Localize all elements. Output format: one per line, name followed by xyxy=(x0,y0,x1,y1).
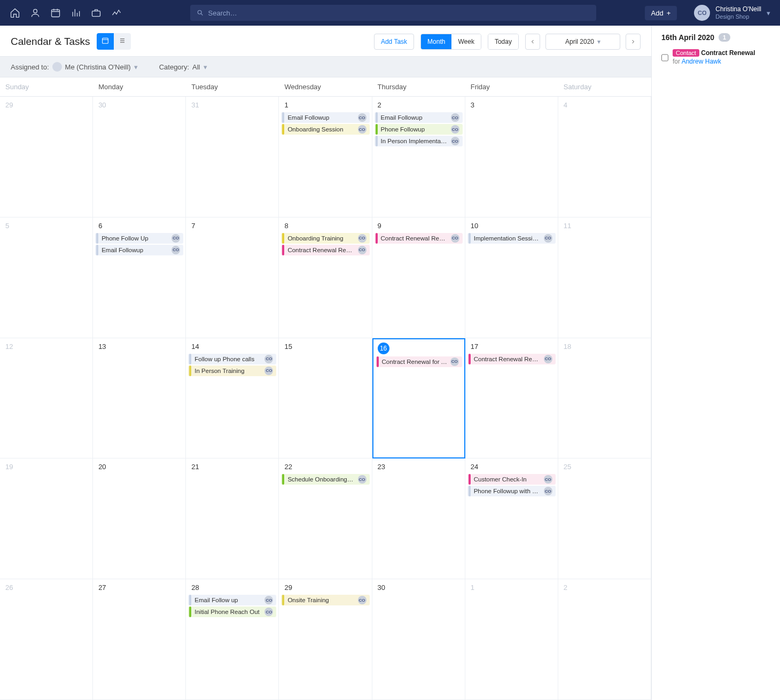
calendar-icon[interactable] xyxy=(50,7,61,18)
calendar-cell[interactable]: 23 xyxy=(372,458,465,579)
calendar-cell[interactable]: 8Onboarding TrainingCOContract Renewal R… xyxy=(279,217,372,338)
calendar-event[interactable]: In Person ImplementationCO xyxy=(375,136,463,146)
calendar-cell[interactable]: 19 xyxy=(0,458,93,579)
analytics-icon[interactable] xyxy=(71,7,81,18)
calendar-cell[interactable]: 10Implementation Session 1CO xyxy=(465,217,558,338)
month-select[interactable]: April 2020 ▾ xyxy=(545,34,620,50)
calendar-cell[interactable]: 6Phone Follow UpCOEmail FollowupCO xyxy=(93,217,186,338)
calendar-event[interactable]: Contract Renewal ReminderCO xyxy=(467,354,556,364)
week-range-button[interactable]: Week xyxy=(451,34,480,49)
calendar-cell[interactable]: 29 xyxy=(0,97,93,217)
next-month-button[interactable] xyxy=(626,34,641,50)
calendar-event[interactable]: Email FollowupCO xyxy=(95,245,183,255)
trend-icon[interactable] xyxy=(111,7,122,18)
calendar-cell[interactable]: 30 xyxy=(93,97,186,217)
day-number: 16 xyxy=(378,343,389,354)
calendar-event[interactable]: Phone FollowupCO xyxy=(375,124,463,135)
user-menu[interactable]: CO Christina O'Neill Design Shop ▾ xyxy=(694,5,770,21)
calendar-cell[interactable]: 3 xyxy=(465,97,558,217)
calendar-event[interactable]: Email Follow upCO xyxy=(188,595,276,605)
calendar-event[interactable]: Onboarding TrainingCO xyxy=(281,233,369,244)
calendar-event[interactable]: Onboarding SessionCO xyxy=(281,124,369,135)
calendar-cell[interactable]: 13 xyxy=(93,338,186,459)
calendar-cell[interactable]: 14Follow up Phone callsCOIn Person Train… xyxy=(186,338,279,459)
task-checkbox[interactable] xyxy=(661,50,668,65)
calendar-event[interactable]: Phone Followup with MikeCO xyxy=(467,486,556,496)
day-number: 26 xyxy=(2,581,90,595)
calendar-event[interactable]: Schedule Onboarding with…CO xyxy=(281,474,369,485)
calendar-event[interactable]: Contract Renewal ReminderCO xyxy=(375,233,463,244)
calendar-cell[interactable]: 1Email FollowupCOOnboarding SessionCO xyxy=(279,97,372,217)
toolbar: Calendar & Tasks Add Task Month Week Tod… xyxy=(0,26,651,56)
page-title: Calendar & Tasks xyxy=(11,36,90,48)
calendar-cell[interactable]: 5 xyxy=(0,217,93,338)
calendar-cell[interactable]: 25 xyxy=(558,458,651,579)
calendar-event[interactable]: Contract Renewal ReminderCO xyxy=(281,245,369,255)
calendar-event[interactable]: In Person TrainingCO xyxy=(188,365,276,376)
home-icon[interactable] xyxy=(10,7,20,18)
calendar-cell[interactable]: 24Customer Check-InCOPhone Followup with… xyxy=(465,458,558,579)
person-icon[interactable] xyxy=(30,7,41,18)
day-header: Friday xyxy=(465,77,558,96)
calendar-cell[interactable]: 11 xyxy=(558,217,651,338)
calendar-cell[interactable]: 9Contract Renewal ReminderCO xyxy=(372,217,465,338)
calendar-cell[interactable]: 30 xyxy=(372,579,465,700)
calendar-event[interactable]: Follow up Phone callsCO xyxy=(188,354,276,364)
calendar-cell[interactable]: 16Contract Renewal for Andr…CO xyxy=(372,338,465,459)
calendar-event[interactable]: Contract Renewal for Andr…CO xyxy=(376,356,462,367)
task-link[interactable]: Andrew Hawk xyxy=(682,58,721,65)
list-view-button[interactable] xyxy=(114,33,131,50)
side-task-item[interactable]: Contact Contract Renewal for Andrew Hawk xyxy=(661,49,770,65)
assigned-filter[interactable]: Assigned to: Me (Christina O'Neill) ▾ xyxy=(11,62,138,72)
day-number: 17 xyxy=(467,340,556,354)
event-color-bar xyxy=(376,233,378,244)
briefcase-icon[interactable] xyxy=(91,7,102,18)
calendar-cell[interactable]: 26 xyxy=(0,579,93,700)
day-number: 15 xyxy=(281,340,369,354)
calendar-event[interactable]: Email FollowupCO xyxy=(281,112,369,123)
calendar-cell[interactable]: 1 xyxy=(465,579,558,700)
day-number: 18 xyxy=(560,340,649,354)
calendar-cell[interactable]: 21 xyxy=(186,458,279,579)
event-label: Follow up Phone calls xyxy=(194,356,261,362)
event-color-bar xyxy=(282,124,284,135)
calendar-cell[interactable]: 22Schedule Onboarding with…CO xyxy=(279,458,372,579)
today-segment: Today xyxy=(488,34,519,50)
calendar-event[interactable]: Email FollowupCO xyxy=(375,112,463,123)
calendar-event[interactable]: Phone Follow UpCO xyxy=(95,233,183,244)
calendar-cell[interactable]: 7 xyxy=(186,217,279,338)
user-name: Christina O'Neill xyxy=(715,5,761,13)
day-number: 14 xyxy=(188,340,276,354)
calendar-view-button[interactable] xyxy=(97,33,114,50)
calendar-cell[interactable]: 15 xyxy=(279,338,372,459)
calendar-cell[interactable]: 27 xyxy=(93,579,186,700)
calendar-event[interactable]: Initial Phone Reach OutCO xyxy=(188,606,276,617)
calendar-event[interactable]: Implementation Session 1CO xyxy=(467,233,556,244)
calendar-cell[interactable]: 2Email FollowupCOPhone FollowupCOIn Pers… xyxy=(372,97,465,217)
calendar-cell[interactable]: 20 xyxy=(93,458,186,579)
today-button[interactable]: Today xyxy=(488,34,518,49)
day-number: 22 xyxy=(281,461,369,474)
month-range-button[interactable]: Month xyxy=(421,34,451,49)
calendar-cell[interactable]: 29Onsite TrainingCO xyxy=(279,579,372,700)
calendar-cell[interactable]: 4 xyxy=(558,97,651,217)
add-task-button[interactable]: Add Task xyxy=(374,34,414,50)
prev-month-button[interactable] xyxy=(525,34,540,50)
event-avatar: CO xyxy=(451,234,459,243)
calendar-cell[interactable]: 17Contract Renewal ReminderCO xyxy=(465,338,558,459)
calendar-cell[interactable]: 12 xyxy=(0,338,93,459)
event-color-bar xyxy=(469,486,471,496)
add-button[interactable]: Add + xyxy=(645,6,677,20)
search-input[interactable] xyxy=(208,9,590,17)
calendar-cell[interactable]: 31 xyxy=(186,97,279,217)
day-number: 2 xyxy=(560,581,649,595)
calendar-cell[interactable]: 18 xyxy=(558,338,651,459)
calendar-cell[interactable]: 2 xyxy=(558,579,651,700)
category-filter[interactable]: Category: All ▾ xyxy=(159,62,207,72)
event-avatar: CO xyxy=(544,355,552,363)
calendar-cell[interactable]: 28Email Follow upCOInitial Phone Reach O… xyxy=(186,579,279,700)
calendar-event[interactable]: Onsite TrainingCO xyxy=(281,595,369,605)
calendar-event[interactable]: Customer Check-InCO xyxy=(467,474,556,485)
event-avatar: CO xyxy=(264,367,273,375)
search-box[interactable] xyxy=(190,5,596,21)
